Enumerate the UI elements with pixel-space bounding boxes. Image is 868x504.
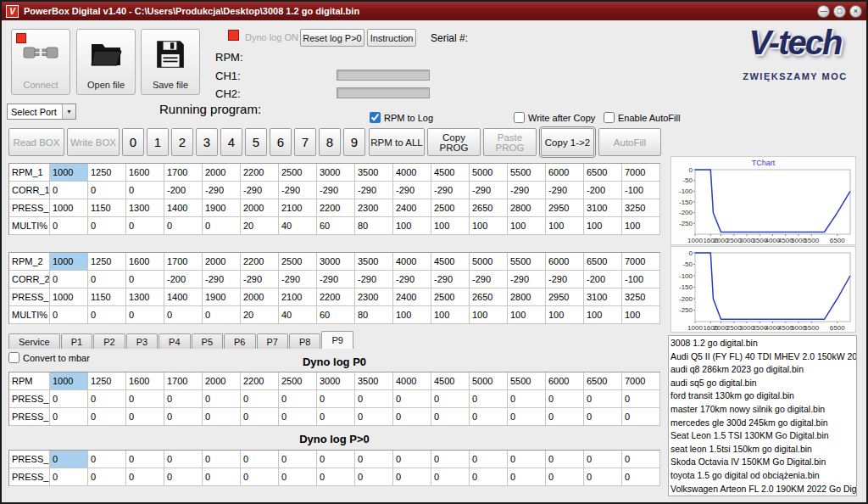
table-cell[interactable]: 0 (241, 451, 279, 468)
table-cell[interactable]: 1400 (164, 199, 203, 217)
table-cell[interactable]: 5000 (470, 253, 508, 271)
table-cell[interactable]: 100 (393, 217, 431, 235)
table-cell[interactable]: 2950 (546, 288, 584, 306)
table-cell[interactable]: 6000 (546, 253, 584, 271)
table-cell[interactable]: 3500 (355, 253, 393, 271)
table-cell[interactable]: 0 (622, 408, 660, 426)
tab-p4[interactable]: P4 (159, 333, 190, 349)
enable-autofill-input[interactable] (604, 112, 615, 123)
table-cell[interactable]: 6500 (584, 372, 622, 390)
table-cell[interactable]: -200 (164, 271, 203, 288)
table-cell[interactable]: 100 (431, 217, 470, 235)
table-cell[interactable]: -290 (203, 271, 241, 288)
connect-button[interactable]: Connect (11, 29, 70, 95)
table-cell[interactable]: 0 (88, 468, 126, 486)
table-cell[interactable]: 1900 (203, 199, 241, 217)
table-cell[interactable]: 2200 (241, 372, 279, 390)
table-cell[interactable]: 0 (126, 468, 164, 486)
table-cell[interactable]: 2200 (317, 288, 355, 306)
table-cell[interactable]: 0 (164, 408, 203, 426)
table-cell[interactable]: -290 (470, 271, 508, 288)
digit-button-0[interactable]: 0 (122, 128, 144, 156)
table-cell[interactable]: 2400 (393, 288, 431, 306)
table-cell[interactable]: 1600 (126, 253, 164, 271)
file-item[interactable]: master 170km nowy silnik go digital.bin (670, 403, 856, 417)
table-cell[interactable]: 2000 (241, 199, 279, 217)
table-cell[interactable]: 5500 (508, 164, 546, 182)
table-cell[interactable]: 100 (508, 306, 546, 324)
table-cell[interactable]: 4000 (393, 164, 431, 182)
tab-p9[interactable]: P9 (321, 331, 353, 349)
table-cell[interactable]: 0 (241, 390, 279, 408)
table-cell[interactable]: 0 (508, 390, 546, 408)
table-cell[interactable]: 3100 (584, 199, 622, 217)
table-cell[interactable]: 0 (164, 468, 203, 486)
table-cell[interactable]: 0 (88, 182, 126, 199)
table-cell[interactable]: 100 (393, 306, 431, 324)
file-item[interactable]: audi sq5 go digital.bin (670, 377, 856, 390)
table-cell[interactable]: 0 (584, 468, 622, 486)
table-cell[interactable]: 0 (393, 451, 431, 468)
table-cell[interactable]: -290 (241, 271, 279, 288)
table-cell[interactable]: 100 (546, 217, 584, 235)
table-cell[interactable]: -290 (203, 182, 241, 199)
table-cell[interactable]: 1700 (164, 372, 203, 390)
table-cell[interactable]: 0 (584, 390, 622, 408)
table-cell[interactable]: 0 (50, 306, 88, 324)
table-cell[interactable]: 100 (622, 306, 660, 324)
table-cell[interactable]: 0 (470, 408, 508, 426)
table-cell[interactable]: 0 (50, 217, 88, 235)
table-cell[interactable]: 3500 (355, 372, 393, 390)
table-cell[interactable]: 1000 (50, 199, 88, 217)
table-cell[interactable]: 0 (50, 451, 88, 468)
table-cell[interactable]: 1000 (50, 253, 88, 271)
table-cell[interactable]: 60 (317, 217, 355, 235)
file-item[interactable]: seat leon 1.5tsi 150km go digital.bin (670, 443, 856, 456)
table-cell[interactable]: 0 (546, 468, 584, 486)
table-cell[interactable]: 0 (355, 390, 393, 408)
table-cell[interactable]: 2950 (546, 199, 584, 217)
digit-button-8[interactable]: 8 (319, 128, 341, 156)
table-cell[interactable]: 0 (622, 390, 660, 408)
table-cell[interactable]: 7000 (622, 253, 660, 271)
table-cell[interactable]: 1600 (126, 164, 164, 182)
table-cell[interactable]: 0 (393, 408, 431, 426)
maximize-button[interactable]: □ (833, 5, 846, 18)
table-cell[interactable]: 0 (622, 451, 660, 468)
table-cell[interactable]: 0 (50, 271, 88, 288)
table-cell[interactable]: 0 (126, 451, 164, 468)
table-cell[interactable]: 1400 (164, 288, 203, 306)
table-cell[interactable]: 0 (50, 408, 88, 426)
file-item[interactable]: ford transit 130km go digital.bin (670, 389, 856, 403)
table-cell[interactable]: 5500 (508, 372, 546, 390)
table-cell[interactable]: 3500 (355, 164, 393, 182)
table-cell[interactable]: -290 (279, 271, 317, 288)
table-cell[interactable]: 2500 (279, 253, 317, 271)
table-cell[interactable]: 100 (546, 306, 584, 324)
table-cell[interactable]: 3000 (317, 372, 355, 390)
table-cell[interactable]: 0 (164, 306, 203, 324)
table-cell[interactable]: 0 (126, 217, 164, 235)
table-cell[interactable]: 2100 (279, 288, 317, 306)
table-cell[interactable]: 4500 (431, 164, 470, 182)
table-cell[interactable]: 0 (88, 217, 126, 235)
table-cell[interactable]: 80 (355, 217, 393, 235)
tab-p1[interactable]: P1 (61, 333, 92, 349)
table-cell[interactable]: -200 (584, 182, 622, 199)
table-cell[interactable]: 0 (508, 408, 546, 426)
table-cell[interactable]: 2100 (279, 199, 317, 217)
write-after-copy-checkbox[interactable]: Write after Copy (514, 112, 595, 123)
table-cell[interactable]: 0 (50, 468, 88, 486)
table-cell[interactable]: 0 (279, 451, 317, 468)
table-cell[interactable]: 3250 (622, 288, 660, 306)
table-cell[interactable]: -290 (431, 182, 470, 199)
file-item[interactable]: Seat Leon 1.5 TSI 130KM Go Digital.bin (670, 429, 856, 443)
open-file-button[interactable]: Open file (76, 29, 136, 95)
table-cell[interactable]: 2500 (431, 288, 470, 306)
table-cell[interactable]: 0 (126, 306, 164, 324)
tab-p5[interactable]: P5 (192, 333, 223, 349)
table-cell[interactable]: 0 (508, 451, 546, 468)
table-cell[interactable]: 1000 (50, 164, 88, 182)
copy-prog-button[interactable]: Copy PROG (427, 128, 481, 156)
rpm-to-all-button[interactable]: RPM to ALL (369, 128, 425, 156)
